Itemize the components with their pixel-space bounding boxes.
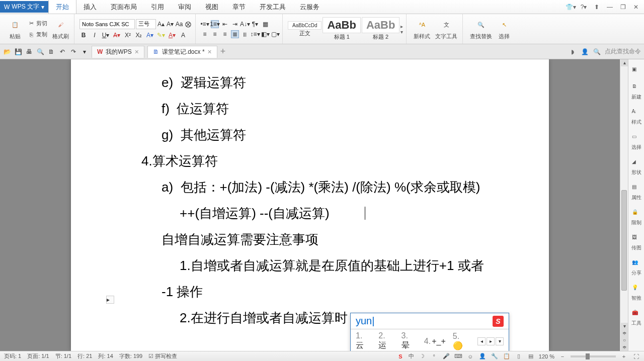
export-icon[interactable]: 🗎 bbox=[47, 48, 55, 56]
skin-icon[interactable]: 👕▾ bbox=[565, 2, 577, 12]
user-status-icon[interactable]: 👤 bbox=[478, 352, 487, 360]
shading-icon[interactable]: ◧▾ bbox=[261, 30, 269, 38]
font-color-icon[interactable]: A▾ bbox=[168, 31, 176, 39]
ime-prev-icon[interactable]: ◂ bbox=[477, 337, 486, 345]
zoom-slider[interactable] bbox=[571, 355, 616, 357]
minimize-button[interactable]: — bbox=[604, 2, 616, 12]
ime-candidate[interactable]: 4.+_+ bbox=[424, 337, 446, 346]
doc-line[interactable]: f) 位运算符 bbox=[141, 96, 519, 122]
save-icon[interactable]: 💾 bbox=[14, 48, 22, 56]
doc-tab-mywps[interactable]: W 我的WPS × bbox=[92, 46, 144, 58]
line-spacing-icon[interactable]: ↕≡▾ bbox=[251, 30, 259, 38]
wrench-icon[interactable]: 🔧 bbox=[491, 352, 499, 360]
font-size-select[interactable] bbox=[136, 19, 156, 29]
sidebar-upload-img[interactable]: 🖼传图 bbox=[630, 231, 642, 254]
moon-icon[interactable]: ☽ bbox=[418, 352, 426, 360]
sidebar-toggle[interactable]: ▣ bbox=[631, 63, 642, 78]
highlight-icon[interactable]: ✎▾ bbox=[157, 31, 165, 39]
zoom-in-icon[interactable]: + bbox=[620, 352, 628, 360]
scroll-down-icon[interactable]: ▾ bbox=[621, 323, 628, 330]
align-left-icon[interactable]: ≡ bbox=[201, 30, 209, 38]
redo-icon[interactable]: ↷ bbox=[69, 48, 77, 56]
sidebar-style[interactable]: Aᵢ样式 bbox=[630, 106, 642, 129]
menu-page-layout[interactable]: 页面布局 bbox=[104, 0, 144, 14]
sidebar-props[interactable]: ▤属性 bbox=[630, 181, 642, 204]
text-tools-button[interactable]: 文文字工具 bbox=[433, 17, 459, 41]
doc-line[interactable]: g) 其他运算符 bbox=[141, 122, 519, 148]
status-pageno[interactable]: 页码: 1 bbox=[4, 352, 21, 360]
outdent-icon[interactable]: ⇤ bbox=[221, 20, 229, 28]
document-page[interactable]: e) 逻辑运算符 f) 位运算符 g) 其他运算符 4.算术运算符 a) 包括：… bbox=[71, 59, 549, 351]
page-area[interactable]: e) 逻辑运算符 f) 位运算符 g) 其他运算符 4.算术运算符 a) 包括：… bbox=[0, 59, 620, 351]
browse-object-icon[interactable]: ○ bbox=[621, 337, 628, 344]
doc-line[interactable]: 1.自增或者自减运算就是在原值的基础上进行+1 或者 bbox=[141, 252, 519, 279]
print-preview-icon[interactable]: 🔍 bbox=[36, 48, 44, 56]
undo-icon[interactable]: ↶ bbox=[58, 48, 66, 56]
copy-button[interactable]: ⎘复制 bbox=[25, 30, 49, 40]
scroll-thumb[interactable] bbox=[621, 190, 627, 291]
close-tab-icon[interactable]: × bbox=[135, 48, 139, 56]
change-case-icon[interactable]: Aa bbox=[175, 20, 183, 28]
sidebar-shape[interactable]: ◢形状 bbox=[630, 156, 642, 179]
open-icon[interactable]: 📂 bbox=[3, 48, 11, 56]
paste-button[interactable]: 📋 粘贴 bbox=[6, 17, 24, 41]
status-page[interactable]: 页面: 1/1 bbox=[27, 352, 49, 360]
distribute-icon[interactable]: ⫼ bbox=[241, 30, 249, 38]
style-heading1[interactable]: AaBb bbox=[323, 17, 360, 33]
align-center-icon[interactable]: ≡ bbox=[211, 30, 219, 38]
numbering-icon[interactable]: 1≡▾ bbox=[211, 20, 219, 28]
style-heading2[interactable]: AaBb bbox=[362, 17, 399, 33]
bullets-icon[interactable]: •≡▾ bbox=[201, 20, 209, 28]
scroll-up-icon[interactable]: ▴ bbox=[621, 59, 628, 66]
menu-chapter[interactable]: 章节 bbox=[225, 0, 253, 14]
align-justify-icon[interactable]: ≣ bbox=[231, 30, 239, 38]
maximize-button[interactable]: ❐ bbox=[617, 2, 629, 12]
doc-line[interactable]: -1 操作 bbox=[141, 279, 519, 305]
ime-next-icon[interactable]: ▸ bbox=[487, 337, 495, 345]
status-zoom[interactable]: 120 % bbox=[539, 353, 554, 359]
text-effect-icon[interactable]: A▾ bbox=[146, 31, 154, 39]
document-content[interactable]: e) 逻辑运算符 f) 位运算符 g) 其他运算符 4.算术运算符 a) 包括：… bbox=[101, 69, 519, 331]
sidebar-new[interactable]: 🗎新建 bbox=[630, 80, 642, 104]
menu-view[interactable]: 视图 bbox=[198, 0, 225, 14]
indent-icon[interactable]: ⇥ bbox=[231, 20, 239, 28]
sidebar-recommend[interactable]: 💡智推 bbox=[630, 282, 642, 305]
ime-input-text[interactable]: yun bbox=[356, 315, 374, 327]
doc-line[interactable]: e) 逻辑运算符 bbox=[141, 69, 519, 96]
close-button[interactable]: ✕ bbox=[630, 2, 642, 12]
sidebar-restrict[interactable]: 🔒限制 bbox=[630, 206, 642, 229]
close-tab-icon[interactable]: × bbox=[208, 48, 212, 56]
menu-cloud[interactable]: 云服务 bbox=[293, 0, 327, 14]
emoji-icon[interactable]: ☺ bbox=[466, 352, 474, 360]
doc-tab-notes[interactable]: 🗎 课堂笔记.docx * × bbox=[147, 46, 217, 58]
ime-more-icon[interactable]: ▾ bbox=[496, 337, 504, 345]
menu-review[interactable]: 审阅 bbox=[171, 0, 198, 14]
next-page-icon[interactable]: ≑ bbox=[621, 344, 628, 351]
shrink-font-icon[interactable]: A▾ bbox=[166, 20, 174, 28]
user-icon[interactable]: 👤 bbox=[581, 48, 589, 56]
status-chars[interactable]: 字数: 199 bbox=[119, 352, 142, 360]
status-col[interactable]: 列: 14 bbox=[98, 352, 113, 360]
find-replace-button[interactable]: 🔍查找替换 bbox=[468, 17, 494, 41]
menu-start[interactable]: 开始 bbox=[48, 0, 76, 14]
punct-icon[interactable]: ° bbox=[430, 352, 438, 360]
show-marks-icon[interactable]: ¶▾ bbox=[251, 20, 259, 28]
bold-icon[interactable]: B bbox=[79, 31, 88, 39]
outline-toggle-icon[interactable]: ▸ bbox=[106, 296, 114, 304]
table-icon[interactable]: ▦ bbox=[261, 20, 269, 28]
doc-line[interactable]: ++(自增运算) --(自减运算) bbox=[141, 200, 519, 226]
strikethrough-icon[interactable]: A̶▾ bbox=[113, 31, 121, 39]
char-shading-icon[interactable]: A bbox=[179, 31, 187, 39]
doc-line[interactable]: a) 包括：+(加法) -(减法) *(乘法) /(除法) %(求余或取模) bbox=[141, 174, 519, 200]
italic-icon[interactable]: I bbox=[91, 31, 99, 39]
mic-icon[interactable]: 🎤 bbox=[442, 352, 450, 360]
new-tab-button[interactable]: + bbox=[220, 46, 226, 57]
clipboard-status-icon[interactable]: 📋 bbox=[503, 352, 511, 360]
borders-icon[interactable]: ▢▾ bbox=[271, 30, 279, 38]
new-style-button[interactable]: ᴬA新样式 bbox=[412, 17, 432, 41]
cut-button[interactable]: ✂剪切 bbox=[25, 19, 49, 29]
sidebar-share[interactable]: 👥分享 bbox=[630, 256, 642, 280]
font-family-select[interactable] bbox=[79, 19, 135, 29]
subscript-icon[interactable]: X₂ bbox=[135, 31, 143, 39]
sogou-status-icon[interactable]: S bbox=[396, 352, 405, 360]
